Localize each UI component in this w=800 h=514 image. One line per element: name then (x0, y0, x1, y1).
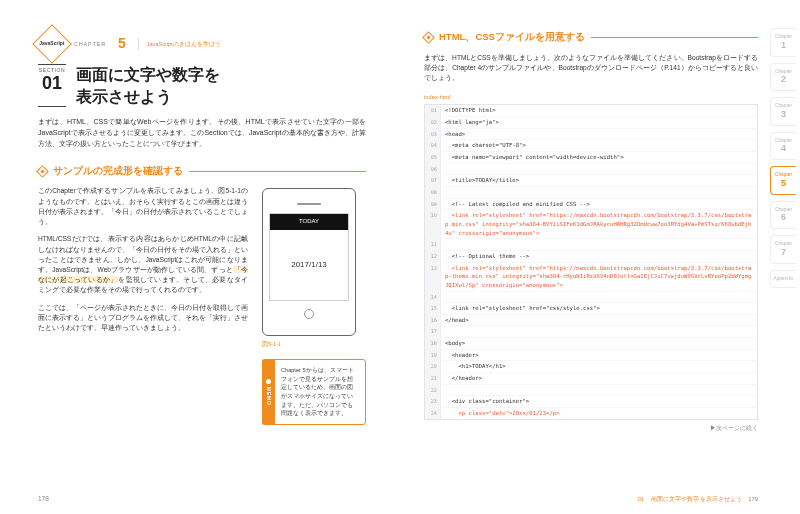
code-row: 01<!DOCTYPE html> (425, 105, 757, 116)
js-chip-icon: JavaScript (32, 24, 72, 64)
code-content: <body> (441, 338, 757, 349)
line-number: 24 (425, 408, 441, 419)
diamond-icon (422, 31, 435, 44)
footer-right: 01 画面に文字や数字を表示させよう 179 (638, 495, 758, 504)
code-row: 02<html lang="ja"> (425, 116, 757, 128)
code-content: <div class="container"> (441, 396, 757, 407)
line-number: 02 (425, 117, 441, 128)
code-content: <link rel="stylesheet" href="https://max… (441, 210, 757, 238)
code-row: 16</head> (425, 314, 757, 326)
line-number: 03 (425, 129, 441, 140)
code-content: <!-- Optional theme --> (441, 251, 757, 262)
chapter-tab[interactable]: Chapter5 (770, 166, 796, 195)
chapter-tab[interactable]: Chapter7 (770, 235, 796, 264)
code-row: 08 (425, 186, 757, 198)
code-content: <!DOCTYPE html> (441, 105, 757, 116)
code-content: <html lang="ja"> (441, 117, 757, 128)
code-content: <header> (441, 350, 757, 361)
code-row: 04 <meta charset="UTF-8"> (425, 139, 757, 151)
code-row: 12 <!-- Optional theme --> (425, 250, 757, 262)
code-listing: 01<!DOCTYPE html>02<html lang="ja">03<he… (424, 104, 758, 419)
code-content: <h1>TODAY</h1> (441, 361, 757, 372)
right-intro: まずは、HTMLとCSSを準備しましょう。次のようなファイルを準備してください。… (424, 53, 758, 84)
code-content: <head> (441, 129, 757, 140)
line-number: 23 (425, 396, 441, 407)
code-content (441, 187, 757, 198)
chapter-tabs: Chapter1Chapter2Chapter3Chapter4Chapter5… (770, 28, 796, 288)
code-row: 10 <link rel="stylesheet" href="https://… (425, 209, 757, 238)
chapter-tab[interactable]: Chapter3 (770, 97, 796, 126)
code-row: 11 (425, 238, 757, 250)
code-row: 07 <title>TODAY</title> (425, 174, 757, 186)
code-content: <!-- Latest compiled and minified CSS --… (441, 199, 757, 210)
line-number: 13 (425, 263, 441, 291)
page-title: 画面に文字や数字を 表示させよう (76, 64, 220, 107)
page-right: HTML、CSSファイルを用意する まずは、HTMLとCSSを準備しましょう。次… (400, 0, 800, 514)
code-row: 18<body> (425, 337, 757, 349)
section-heading-1: サンプルの完成形を確認する (38, 164, 366, 179)
code-row: 23 <div class="container"> (425, 395, 757, 407)
code-content: <link rel="stylesheet" href="css/style.c… (441, 303, 757, 314)
line-number: 12 (425, 251, 441, 262)
chapter-tab[interactable]: Chapter6 (770, 201, 796, 230)
code-content: <title>TODAY</title> (441, 175, 757, 186)
line-number: 15 (425, 303, 441, 314)
code-content (441, 326, 757, 337)
phone-screen: TODAY 2017/1/13 (269, 213, 349, 301)
line-number: 07 (425, 175, 441, 186)
page-number-left: 178 (38, 494, 49, 504)
code-content: </header> (441, 373, 757, 384)
line-number: 22 (425, 385, 441, 396)
chapter-tab[interactable]: Chapter1 (770, 28, 796, 57)
title-row: SECTION 01 画面に文字や数字を 表示させよう (38, 64, 366, 107)
line-number: 18 (425, 338, 441, 349)
line-number: 06 (425, 164, 441, 175)
code-row: 15 <link rel="stylesheet" href="css/styl… (425, 302, 757, 314)
chapter-header: JavaScript CHAPTER 5 JavaScriptのきほんを学ぼう (38, 30, 366, 58)
code-row: 03<head> (425, 128, 757, 140)
divider (138, 38, 139, 50)
code-row: 17 (425, 325, 757, 337)
line-number: 01 (425, 105, 441, 116)
line-number: 11 (425, 239, 441, 250)
line-number: 17 (425, 326, 441, 337)
line-number: 10 (425, 210, 441, 238)
memo-box: MEMO Chapter 5からは、スマートフォンで見るサンプルを想定しているた… (262, 359, 366, 425)
code-row: 14 (425, 291, 757, 303)
phone-mockup: TODAY 2017/1/13 (262, 188, 356, 336)
line-number: 20 (425, 361, 441, 372)
section-box: SECTION 01 (38, 64, 66, 107)
chapter-tab[interactable]: Chapter2 (770, 63, 796, 92)
code-content: <meta name="viewport" content="width=dev… (441, 152, 757, 163)
line-number: 16 (425, 315, 441, 326)
code-content (441, 385, 757, 396)
code-row: 21 </header> (425, 372, 757, 384)
code-row: 06 (425, 163, 757, 175)
code-content (441, 239, 757, 250)
figure-caption: 図5-1-1 (262, 340, 366, 349)
section-heading-2: HTML、CSSファイルを用意する (424, 30, 758, 45)
footer-section-label: 01 画面に文字や数字を表示させよう (638, 495, 743, 504)
chapter-label: CHAPTER (74, 40, 106, 49)
line-number: 05 (425, 152, 441, 163)
page-number-right: 179 (748, 495, 758, 504)
chapter-number: 5 (118, 33, 126, 55)
code-row: 24 <p class="date">20xx/01/23</p> (425, 407, 757, 419)
code-content: <p class="date">20xx/01/23</p> (441, 408, 757, 419)
line-number: 19 (425, 350, 441, 361)
continued-note: ▶次ページに続く (424, 424, 758, 433)
code-filename: index.html (424, 93, 758, 102)
chapter-subtitle: JavaScriptのきほんを学ぼう (147, 40, 221, 49)
line-number: 04 (425, 140, 441, 151)
diamond-icon (36, 165, 49, 178)
page-left: JavaScript CHAPTER 5 JavaScriptのきほんを学ぼう … (0, 0, 400, 514)
chapter-tab[interactable]: Appendix (770, 270, 796, 288)
code-content (441, 164, 757, 175)
body-text: このChapterで作成するサンプルを表示してみましょう。図5-1-1のようなも… (38, 186, 248, 424)
code-content (441, 292, 757, 303)
code-row: 20 <h1>TODAY</h1> (425, 360, 757, 372)
paragraph: HTML/CSSだけでは、表示する内容はあらかじめHTMLの中に記載しなければな… (38, 234, 248, 295)
memo-tab: MEMO (262, 359, 275, 425)
chapter-tab[interactable]: Chapter4 (770, 132, 796, 161)
two-column-layout: このChapterで作成するサンプルを表示してみましょう。図5-1-1のようなも… (38, 186, 366, 424)
